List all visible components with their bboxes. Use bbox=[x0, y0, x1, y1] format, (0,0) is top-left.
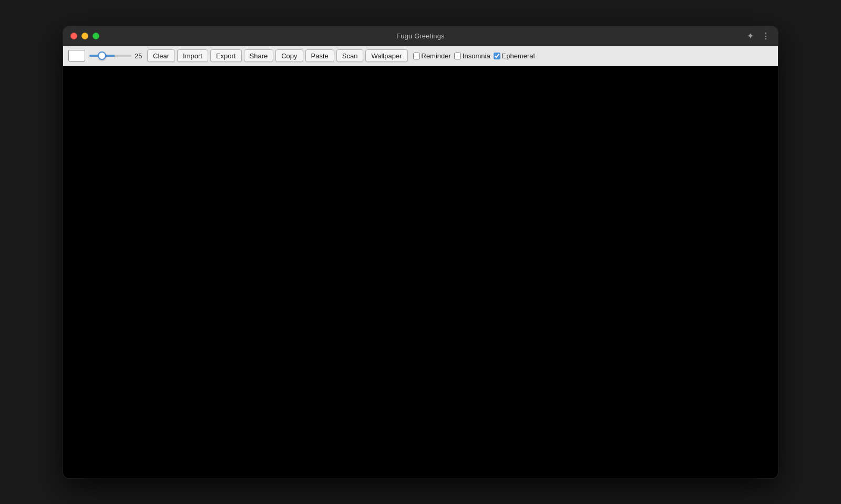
slider-container: 25 bbox=[89, 52, 145, 60]
ephemeral-label: Ephemeral bbox=[502, 52, 535, 60]
copy-button[interactable]: Copy bbox=[275, 49, 303, 62]
color-swatch[interactable] bbox=[68, 50, 85, 61]
paste-button[interactable]: Paste bbox=[305, 49, 334, 62]
ephemeral-checkbox[interactable] bbox=[494, 53, 500, 59]
menu-icon[interactable]: ⋮ bbox=[760, 30, 772, 42]
insomnia-checkbox-item[interactable]: Insomnia bbox=[454, 52, 490, 60]
extensions-icon[interactable]: ✦ bbox=[744, 30, 756, 42]
import-button[interactable]: Import bbox=[177, 49, 208, 62]
titlebar-actions: ✦ ⋮ bbox=[744, 30, 772, 42]
traffic-lights bbox=[70, 33, 99, 39]
close-button[interactable] bbox=[70, 33, 77, 39]
share-button[interactable]: Share bbox=[244, 49, 274, 62]
checkbox-group: Reminder Insomnia Ephemeral bbox=[413, 52, 535, 60]
export-button[interactable]: Export bbox=[210, 49, 242, 62]
maximize-button[interactable] bbox=[93, 33, 99, 39]
reminder-checkbox-item[interactable]: Reminder bbox=[413, 52, 451, 60]
insomnia-checkbox[interactable] bbox=[454, 53, 461, 59]
clear-button[interactable]: Clear bbox=[147, 49, 175, 62]
window-title: Fugu Greetings bbox=[396, 32, 444, 40]
minimize-button[interactable] bbox=[81, 33, 88, 39]
toolbar: 25 Clear Import Export Share Copy Paste … bbox=[63, 46, 778, 66]
size-slider[interactable] bbox=[89, 55, 131, 57]
insomnia-label: Insomnia bbox=[463, 52, 490, 60]
titlebar: Fugu Greetings ✦ ⋮ bbox=[63, 26, 778, 46]
ephemeral-checkbox-item[interactable]: Ephemeral bbox=[494, 52, 535, 60]
reminder-checkbox[interactable] bbox=[413, 53, 420, 59]
slider-value: 25 bbox=[135, 52, 145, 60]
main-canvas[interactable] bbox=[63, 66, 778, 478]
scan-button[interactable]: Scan bbox=[336, 49, 364, 62]
app-window: Fugu Greetings ✦ ⋮ 25 Clear Import Expor… bbox=[63, 26, 778, 478]
reminder-label: Reminder bbox=[422, 52, 451, 60]
wallpaper-button[interactable]: Wallpaper bbox=[365, 49, 407, 62]
